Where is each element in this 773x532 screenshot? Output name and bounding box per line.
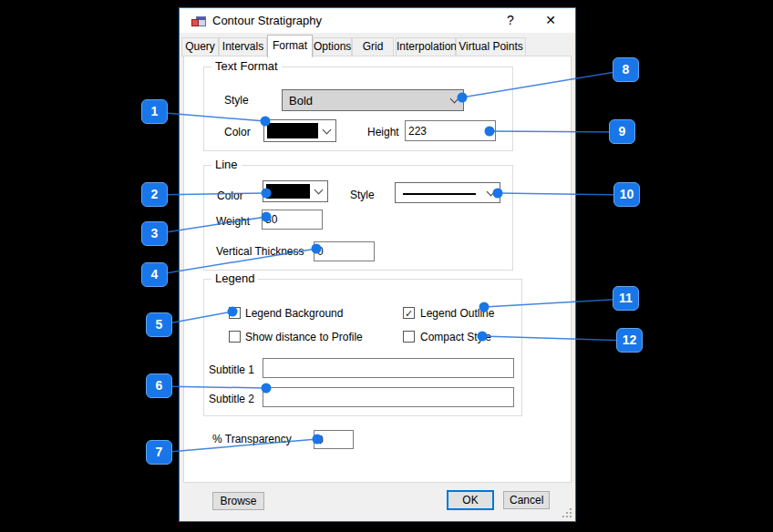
close-icon[interactable]: ✕ bbox=[539, 11, 562, 30]
chevron-down-icon bbox=[314, 186, 324, 195]
chevron-down-icon bbox=[323, 125, 332, 134]
legend-outline-label: Legend Outline bbox=[420, 307, 494, 320]
tab-virtual-points[interactable]: Virtual Points bbox=[456, 37, 526, 56]
callout-badge-1: 1 bbox=[141, 99, 168, 124]
line-weight-label: Weight bbox=[216, 215, 250, 228]
subtitle2-input[interactable] bbox=[263, 387, 514, 407]
compact-style-checkbox[interactable] bbox=[403, 331, 415, 343]
app-icon bbox=[191, 14, 206, 28]
legend-background-checkbox[interactable]: ✓ bbox=[229, 307, 241, 319]
transparency-input[interactable] bbox=[314, 430, 354, 449]
tab-format[interactable]: Format bbox=[267, 35, 313, 57]
text-color-swatch bbox=[267, 123, 318, 138]
show-distance-label: Show distance to Profile bbox=[245, 331, 363, 343]
subtitle1-input[interactable] bbox=[263, 358, 514, 378]
contour-stratigraphy-dialog: Contour Stratigraphy ? ✕ Query Intervals… bbox=[179, 7, 576, 522]
window-title: Contour Stratigraphy bbox=[212, 14, 322, 27]
text-format-group-label: Text Format bbox=[211, 59, 282, 73]
vertical-thickness-input[interactable] bbox=[314, 241, 375, 261]
compact-style-label: Compact Style bbox=[420, 331, 491, 343]
legend-outline-checkbox[interactable]: ✓ bbox=[403, 307, 415, 319]
callout-badge-9: 9 bbox=[609, 119, 635, 144]
line-color-dropdown[interactable] bbox=[263, 180, 328, 202]
line-color-label: Color bbox=[217, 189, 243, 202]
line-color-swatch bbox=[266, 184, 310, 199]
screenshot-canvas: Contour Stratigraphy ? ✕ Query Intervals… bbox=[0, 0, 773, 532]
tab-interpolation[interactable]: Interpolation bbox=[396, 37, 456, 56]
legend-group-label: Legend bbox=[211, 271, 258, 285]
callout-badge-3: 3 bbox=[141, 221, 168, 246]
tab-intervals[interactable]: Intervals bbox=[219, 37, 267, 56]
chevron-down-icon bbox=[487, 187, 496, 196]
chevron-down-icon bbox=[450, 95, 459, 104]
help-icon[interactable]: ? bbox=[499, 11, 522, 30]
cancel-button[interactable]: Cancel bbox=[503, 491, 550, 509]
line-weight-input[interactable] bbox=[262, 210, 323, 230]
text-height-label: Height bbox=[367, 126, 399, 138]
line-style-label: Style bbox=[350, 189, 375, 201]
vertical-thickness-label: Vertical Thickness bbox=[216, 245, 304, 258]
line-group-label: Line bbox=[211, 158, 242, 171]
text-color-label: Color bbox=[224, 126, 251, 138]
text-height-input[interactable] bbox=[405, 120, 496, 141]
callout-badge-10: 10 bbox=[613, 182, 640, 207]
callout-badge-12: 12 bbox=[616, 328, 643, 353]
tab-query[interactable]: Query bbox=[181, 37, 219, 56]
title-bar: Contour Stratigraphy ? ✕ bbox=[180, 8, 575, 33]
text-style-value: Bold bbox=[289, 94, 313, 107]
show-distance-checkbox[interactable] bbox=[229, 331, 241, 343]
text-style-dropdown[interactable]: Bold bbox=[282, 89, 464, 111]
callout-badge-8: 8 bbox=[613, 57, 639, 82]
text-color-dropdown[interactable] bbox=[263, 119, 336, 142]
callout-badge-11: 11 bbox=[613, 286, 639, 311]
tab-grid[interactable]: Grid bbox=[352, 37, 394, 56]
text-style-label: Style bbox=[224, 94, 249, 107]
callout-badge-2: 2 bbox=[141, 182, 168, 207]
callout-badge-7: 7 bbox=[146, 440, 172, 465]
tab-options[interactable]: Options bbox=[313, 37, 352, 56]
line-style-preview bbox=[403, 193, 476, 195]
transparency-label: % Transparency bbox=[212, 433, 292, 445]
line-style-dropdown[interactable] bbox=[395, 182, 500, 203]
browse-button[interactable]: Browse bbox=[212, 492, 264, 510]
legend-background-label: Legend Background bbox=[245, 307, 343, 320]
ok-button[interactable]: OK bbox=[447, 490, 494, 510]
subtitle2-label: Subtitle 2 bbox=[209, 393, 254, 405]
callout-badge-6: 6 bbox=[146, 373, 172, 398]
callout-badge-4: 4 bbox=[141, 262, 168, 287]
subtitle1-label: Subtitle 1 bbox=[209, 363, 254, 376]
resize-grip-icon[interactable] bbox=[562, 508, 572, 517]
callout-badge-5: 5 bbox=[146, 312, 172, 337]
